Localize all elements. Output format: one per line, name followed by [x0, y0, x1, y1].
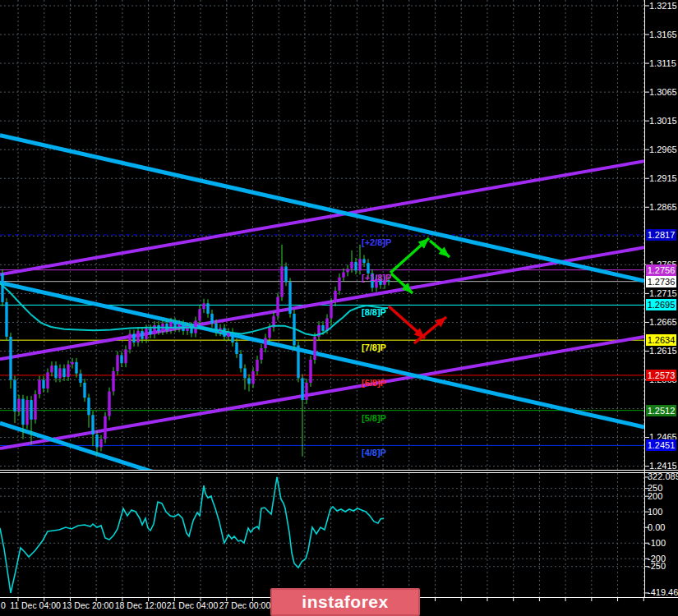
murrey-label: [+2/8]P — [362, 237, 391, 247]
price-tick: 1.2715 — [649, 288, 677, 299]
price-highlight: 1.2736 — [646, 276, 676, 287]
price-highlight: 1.2695 — [646, 299, 676, 310]
indicator-tick: 322.0898 — [648, 471, 678, 482]
indicator-tick: -100 — [648, 538, 666, 549]
trading-chart-window: 1.32151.31651.31151.30651.30151.29651.29… — [0, 0, 678, 616]
price-tick: 1.3015 — [649, 116, 677, 126]
murrey-label: [8/8]P — [362, 307, 386, 317]
price-tick: 1.2415 — [649, 461, 677, 471]
price-tick: 1.3215 — [649, 1, 677, 11]
instaforex-watermark: instaforex — [270, 588, 420, 616]
indicator-tick: -250 — [648, 561, 666, 572]
price-highlight: 1.2512 — [646, 405, 676, 416]
time-label: 27 Dec 00:00 — [219, 600, 270, 610]
time-label: 18 Dec 12:00 — [115, 600, 166, 610]
time-label: 13 Dec 20:00 — [62, 600, 113, 610]
price-tick: 1.2865 — [649, 202, 677, 213]
price-tick: 1.3115 — [649, 58, 676, 69]
price-tick: 1.2965 — [649, 145, 677, 155]
price-tick: 1.2915 — [649, 173, 677, 184]
murrey-label: [6/8]P — [362, 378, 386, 388]
price-tick: 1.2665 — [649, 317, 677, 328]
time-label: 0 — [1, 600, 6, 610]
price-tick: 1.3065 — [649, 87, 677, 98]
watermark-label: instaforex — [302, 592, 388, 612]
price-highlight: 1.2634 — [646, 334, 676, 346]
price-highlight: 1.2573 — [646, 370, 676, 381]
murrey-label: [+1/8]P — [362, 273, 391, 283]
indicator-tick: 200 — [648, 491, 662, 502]
indicator-tick: -419.460 — [648, 587, 678, 598]
price-tick: 1.3165 — [649, 30, 677, 40]
murrey-label: [7/8]P — [362, 342, 386, 352]
murrey-label: [5/8]P — [362, 413, 386, 423]
price-highlight: 1.2451 — [646, 439, 676, 451]
price-highlight: 1.2756 — [646, 264, 676, 276]
price-highlight: 1.2817 — [646, 229, 676, 241]
indicator-tick: 0.00 — [648, 522, 665, 533]
time-label: 11 Dec 04:00 — [10, 600, 61, 610]
price-tick: 1.2615 — [649, 346, 677, 356]
chart-canvas[interactable] — [0, 0, 678, 616]
murrey-label: [4/8]P — [362, 448, 386, 457]
indicator-tick: 100 — [648, 507, 662, 517]
time-label: 21 Dec 04:00 — [167, 600, 218, 610]
